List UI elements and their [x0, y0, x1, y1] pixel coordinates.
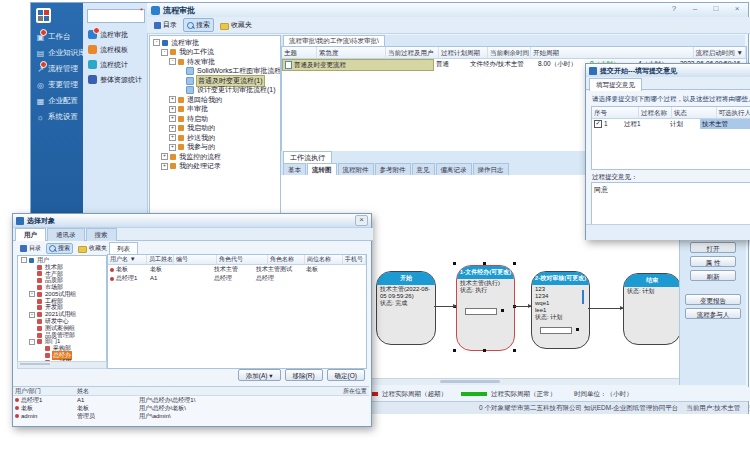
tree-toggle-icon[interactable]: - [21, 257, 27, 263]
workflow-node-review[interactable]: 2-校对审核(可更改) 1231234wqe1lee1状态: 计划 [531, 271, 590, 349]
dialog-tab[interactable]: 用户 [15, 228, 46, 241]
flow-action-button[interactable]: 属 性 [690, 256, 736, 267]
tree-toggle-icon[interactable]: + [169, 144, 176, 151]
workflow-node-start[interactable]: 开始 技术主管(2022-08-05 09:59:26)状态: 完成 [376, 271, 436, 345]
tree-item[interactable]: - 待发审批 [150, 57, 280, 67]
dialog-title-bar[interactable]: 选择对象 × [13, 214, 371, 228]
flow-action-button[interactable]: 流程参与人 [685, 308, 741, 319]
tree-toggle-icon[interactable]: + [161, 163, 168, 170]
module-item[interactable]: 整体资源统计 [83, 72, 147, 87]
column-header[interactable]: 序号 [592, 107, 639, 119]
horizontal-scrollbar[interactable] [17, 361, 107, 369]
comment-textarea[interactable]: 同意 [591, 182, 750, 225]
tree-toggle-icon[interactable]: + [169, 96, 176, 103]
dialog-button[interactable]: 确定(O) [327, 369, 365, 381]
column-header[interactable]: 手机号 [343, 255, 366, 265]
column-header[interactable]: 主题 [282, 47, 317, 59]
tree-toggle-icon[interactable]: + [169, 134, 176, 141]
column-header[interactable]: 紧急度 [317, 47, 386, 59]
sidebar-item[interactable]: ◎ 变更管理 [31, 77, 83, 93]
dialog-tab[interactable]: 通讯录 [47, 228, 85, 241]
module-item[interactable]: 流程审批 [83, 27, 147, 42]
toolbar-button[interactable]: 搜索 [183, 18, 214, 32]
tree-item[interactable]: + 串审批 [150, 105, 280, 115]
tree-toggle-icon[interactable]: + [169, 125, 176, 132]
column-header[interactable]: 所在位置 [341, 387, 369, 395]
column-header[interactable]: 当前过程及用户 [386, 47, 439, 59]
column-header[interactable]: 角色名称 [268, 255, 305, 265]
column-header[interactable]: 过程名称 [639, 107, 672, 119]
minimize-icon[interactable]: – [690, 4, 700, 13]
column-header[interactable]: 角色代号 [217, 255, 268, 265]
column-header[interactable]: 开始周期 [531, 47, 694, 59]
tree-toggle-icon[interactable]: + [161, 153, 168, 160]
tree-toggle-icon[interactable]: - [169, 58, 176, 65]
dialog-button[interactable]: 添加(A) ▾ [238, 369, 281, 381]
tree-item[interactable]: + 我启动的 [150, 124, 280, 134]
sidebar-item[interactable]: ▤ 企业知识库 [31, 45, 83, 61]
tree-item[interactable]: + 退回给我的 [150, 95, 280, 105]
tree-item[interactable]: - 我的工作流 [150, 48, 280, 58]
tree-toggle-icon[interactable]: - [161, 49, 168, 56]
selected-row[interactable]: 总经理1 A1 用户\总经办\总经理1\ [13, 396, 369, 404]
dialog-tab[interactable]: 搜索 [86, 228, 117, 241]
column-header[interactable]: 编号 [174, 255, 217, 265]
toolbar-button[interactable]: 收藏夹 [216, 18, 256, 32]
maximize-icon[interactable]: □ [711, 4, 721, 13]
tree-toggle-icon[interactable]: + [29, 312, 35, 318]
tree-item[interactable]: + 待启动 [150, 114, 280, 124]
user-row[interactable]: 老板 老板 技术主管 技术主管测试 老板 [108, 265, 366, 274]
selected-row[interactable]: 老板 老板 用户\总经办\老板\ [13, 404, 369, 412]
selected-row[interactable]: admin 管理员 用户\admin\ [13, 412, 369, 420]
column-header[interactable]: 可选执行人 [717, 107, 750, 119]
column-header[interactable]: 用户/部门 [13, 387, 75, 395]
tree-toggle-icon[interactable]: + [29, 291, 35, 297]
toolbar-button[interactable]: 目录 [17, 243, 44, 254]
process-row[interactable]: ✓1 过程1 计划 技术主管 [592, 119, 750, 129]
module-item[interactable]: 流程统计 [83, 57, 147, 72]
toolbar-button[interactable]: 目录 [150, 18, 181, 32]
column-header[interactable]: 过程计划周期 [439, 47, 488, 59]
column-header[interactable]: 当前剩余时间 [488, 47, 531, 59]
flow-action-button[interactable]: 打开 [690, 242, 736, 253]
tree-item[interactable]: 设计变更计划审批流程(1) [150, 86, 280, 96]
column-header[interactable]: 用户名 ▼ [108, 255, 147, 265]
sidebar-item[interactable]: ▦ 企业配置 [31, 93, 83, 109]
tree-item[interactable]: 普通及时变更流程(1) [150, 76, 280, 86]
tree-toggle-icon[interactable]: + [169, 115, 176, 122]
tree-item[interactable]: + 我参与的 [150, 143, 280, 153]
sidebar-item[interactable]: ☼ 系统设置 [31, 109, 83, 125]
workflow-node-file-handling[interactable]: 1-文件经办(可更改) 技术主管(执行)状态: 执行 [456, 265, 515, 351]
sidebar-item[interactable]: ↗ 流程管理 [31, 61, 83, 77]
tree-item[interactable]: + 我的处理记录 [150, 162, 280, 172]
column-header[interactable]: 流程启动时间 ▼ [694, 47, 746, 59]
column-header[interactable]: 员工姓名 [147, 255, 174, 265]
tree-toggle-icon[interactable]: + [169, 106, 176, 113]
column-header[interactable]: 状态 [672, 107, 717, 119]
help-icon[interactable]: ? [669, 4, 679, 13]
tree-item[interactable]: + 抄送我的 [150, 133, 280, 143]
toolbar-button[interactable]: 搜索 [46, 243, 73, 254]
tab-fill-opinion[interactable]: 填写提交意见 [589, 78, 642, 91]
flow-action-button[interactable]: 变更报告 [685, 294, 741, 305]
toolbar-button[interactable]: 收藏夹 [75, 243, 110, 254]
workflow-node-end[interactable]: 结束 状态: 计划 [623, 273, 681, 345]
dialog-title-bar[interactable]: 提交开始---填写提交意见 [586, 64, 750, 78]
module-item[interactable]: 流程模板 [83, 42, 147, 57]
sidebar-item[interactable]: ▣ 工作台 [31, 29, 83, 45]
close-icon[interactable]: × [732, 4, 742, 13]
module-item-label: 流程审批 [100, 30, 128, 40]
tree-toggle-icon[interactable]: - [153, 39, 160, 46]
flow-action-button[interactable]: 刷新 [690, 270, 736, 281]
module-search-input[interactable] [87, 9, 145, 23]
checkbox-checked[interactable]: ✓ [594, 120, 602, 128]
cell-executor[interactable]: 技术主管 [700, 119, 750, 129]
tree-item[interactable]: - 流程审批 [150, 38, 280, 48]
close-icon[interactable]: × [355, 215, 368, 226]
tree-item[interactable]: + 我监控的流程 [150, 152, 280, 162]
column-header[interactable]: 岗位名称 [305, 255, 343, 265]
dialog-button[interactable]: 移除(R) [285, 369, 323, 381]
tree-toggle-icon[interactable]: - [29, 339, 35, 345]
column-header[interactable]: 姓名 [75, 387, 341, 395]
user-row[interactable]: 总经理1 A1 总经理 总经理 [108, 274, 366, 283]
